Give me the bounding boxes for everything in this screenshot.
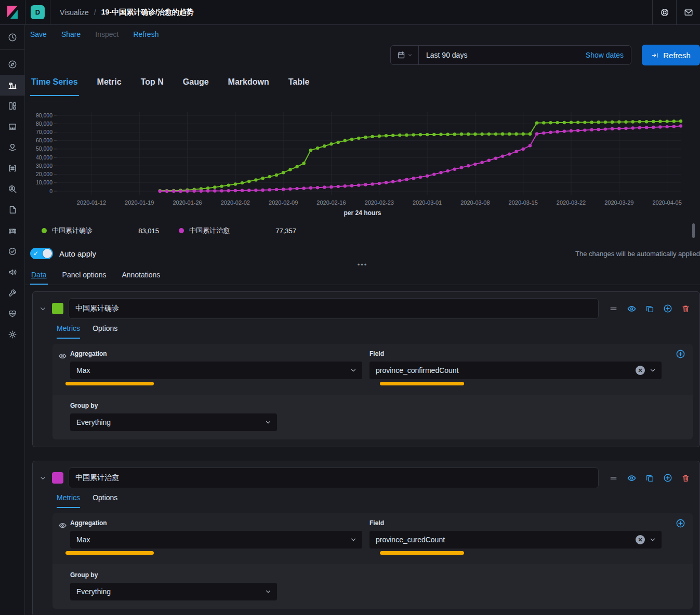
sidebar-item-stack-monitoring[interactable]	[0, 303, 25, 324]
clear-field-icon[interactable]: ✕	[636, 366, 645, 375]
svg-text:2020-02-02: 2020-02-02	[221, 199, 250, 206]
legend-dot	[179, 228, 184, 233]
wrench-icon	[8, 288, 17, 298]
sidebar-item-logs[interactable]	[0, 199, 25, 220]
refresh-link[interactable]: Refresh	[133, 30, 159, 38]
collapse-chevron-icon[interactable]	[39, 305, 47, 313]
tab-time-series[interactable]: Time Series	[30, 73, 79, 96]
check-icon: ✓	[33, 250, 38, 257]
delete-series-icon[interactable]	[681, 474, 690, 483]
add-series-icon[interactable]	[663, 304, 672, 313]
sidebar-item-discover[interactable]	[0, 54, 25, 75]
clear-field-icon[interactable]: ✕	[636, 535, 645, 544]
date-range-value[interactable]: Last 90 days	[419, 51, 586, 59]
svg-text:80,000: 80,000	[36, 121, 52, 127]
sidebar-item-metrics[interactable]	[0, 220, 25, 241]
sidebar-item-visualize[interactable]	[0, 75, 25, 96]
svg-text:60,000: 60,000	[36, 137, 52, 143]
date-picker-quick-menu[interactable]	[391, 46, 419, 64]
help-button[interactable]	[652, 0, 676, 24]
sidebar-item-dashboard[interactable]	[0, 96, 25, 116]
machine-learning-icon	[8, 164, 17, 173]
group-by-row: Group by Everything	[52, 395, 693, 439]
sidebar-item-uptime[interactable]	[0, 241, 25, 262]
group-by-select[interactable]: Everything	[70, 583, 277, 600]
eye-icon[interactable]	[58, 521, 67, 530]
timeseries-chart[interactable]: 010,00020,00030,00040,00050,00060,00070,…	[25, 98, 700, 219]
group-by-select[interactable]: Everything	[70, 413, 277, 431]
auto-apply-label: Auto apply	[59, 249, 96, 258]
tab-top-n[interactable]: Top N	[140, 73, 165, 96]
graph-icon	[8, 184, 17, 194]
collapse-chevron-icon[interactable]	[39, 474, 47, 482]
eye-icon[interactable]	[58, 352, 67, 360]
tab-table[interactable]: Table	[287, 73, 311, 96]
legend-item-confirmed[interactable]: 中国累计确诊 83,015	[42, 226, 179, 235]
newsfeed-button[interactable]	[676, 0, 700, 24]
save-button[interactable]: Save	[30, 30, 47, 38]
sidebar-item-canvas[interactable]	[0, 116, 25, 137]
tsvb-chart-svg[interactable]: 010,00020,00030,00040,00050,00060,00070,…	[25, 98, 700, 219]
svg-text:2020-03-29: 2020-03-29	[604, 199, 633, 206]
tab-annotations[interactable]: Annotations	[121, 270, 161, 285]
share-button[interactable]: Share	[61, 30, 81, 38]
life-ring-icon	[660, 8, 669, 17]
sidebar-item-graph[interactable]	[0, 179, 25, 199]
svg-text:2020-01-26: 2020-01-26	[173, 199, 202, 206]
refresh-button[interactable]: Refresh	[642, 45, 700, 65]
drag-handle-icon[interactable]	[609, 474, 618, 483]
tab-metric[interactable]: Metric	[96, 73, 123, 96]
panel-resize-handle[interactable]: •••	[25, 262, 700, 270]
svg-text:90,000: 90,000	[36, 112, 52, 118]
group-by-value: Everything	[76, 587, 265, 596]
tab-metrics[interactable]: Metrics	[57, 324, 80, 339]
toggle-knob	[43, 249, 52, 258]
series-color-swatch[interactable]	[52, 472, 63, 484]
sidebar-item-dev-tools[interactable]	[0, 283, 25, 303]
series-panel-confirmed: Metrics Options Aggregation Max	[32, 291, 700, 447]
legend-value: 83,015	[113, 227, 159, 235]
delete-series-icon[interactable]	[681, 304, 690, 313]
tab-options[interactable]: Options	[93, 493, 117, 508]
kibana-logo[interactable]	[0, 0, 25, 24]
canvas-icon	[8, 122, 17, 131]
aggregation-label: Aggregation	[70, 519, 362, 527]
auto-apply-toggle[interactable]: ✓	[30, 248, 53, 259]
tab-options[interactable]: Options	[93, 324, 117, 339]
tab-markdown[interactable]: Markdown	[227, 73, 270, 96]
tab-metrics[interactable]: Metrics	[57, 493, 80, 508]
sidebar-item-machine-learning[interactable]	[0, 158, 25, 179]
series-name-input[interactable]	[69, 467, 599, 488]
tab-gauge[interactable]: Gauge	[182, 73, 210, 96]
query-bar: Last 90 days Show dates Refresh	[25, 45, 700, 65]
aggregation-select[interactable]: Max	[70, 531, 362, 549]
field-select[interactable]: province_confirmedCount ✕	[369, 362, 662, 379]
scrollbar-thumb[interactable]	[692, 223, 695, 238]
clone-series-icon[interactable]	[645, 304, 654, 313]
space-switcher[interactable]: D	[25, 0, 50, 24]
svg-text:2020-03-01: 2020-03-01	[413, 199, 442, 206]
page-title: 19-中国累计确诊/治愈的趋势	[101, 8, 194, 17]
tab-data[interactable]: Data	[30, 270, 48, 285]
add-metric-icon[interactable]	[676, 349, 685, 359]
metric-row: Aggregation Max Field province_confirmed…	[52, 344, 693, 395]
show-dates-button[interactable]: Show dates	[586, 51, 631, 59]
sidebar-item-recently-viewed[interactable]	[0, 25, 25, 50]
series-color-swatch[interactable]	[52, 303, 63, 314]
aggregation-select[interactable]: Max	[70, 362, 362, 379]
sidebar-item-apm[interactable]	[0, 262, 25, 283]
tab-panel-options[interactable]: Panel options	[61, 270, 108, 285]
sidebar-item-management[interactable]	[0, 324, 25, 345]
drag-handle-icon[interactable]	[609, 304, 618, 313]
add-series-icon[interactable]	[663, 473, 672, 483]
field-select[interactable]: province_curedCount ✕	[369, 531, 662, 549]
clone-series-icon[interactable]	[645, 474, 654, 483]
series-name-input[interactable]	[69, 298, 599, 319]
add-metric-icon[interactable]	[676, 518, 685, 528]
eye-icon[interactable]	[627, 473, 637, 483]
legend-item-cured[interactable]: 中国累计治愈 77,357	[179, 226, 316, 235]
breadcrumb-app[interactable]: Visualize	[60, 8, 89, 17]
eye-icon[interactable]	[627, 304, 637, 314]
logs-icon	[8, 205, 17, 215]
sidebar-item-maps[interactable]	[0, 137, 25, 158]
